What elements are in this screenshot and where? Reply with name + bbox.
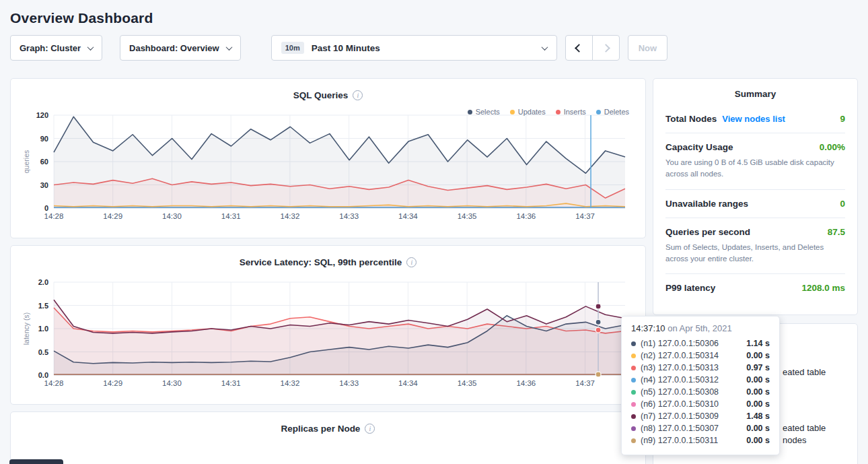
tooltip-row: (n9) 127.0.0.1:503110.00 s [631,434,770,446]
tooltip-rows: (n1) 127.0.0.1:503061.14 s(n2) 127.0.0.1… [631,337,770,446]
node-color-dot [631,366,636,370]
tooltip-row: (n5) 127.0.0.1:503080.00 s [631,386,770,398]
node-address: (n6) 127.0.0.1:50310 [641,399,719,409]
dashboard-select-label: Dashboard: Overview [129,43,219,53]
graph-scope-label: Graph: Cluster [20,43,81,53]
total-nodes-value: 9 [840,114,845,124]
p99-latency-label: P99 latency [665,283,715,293]
summary-row-p99-latency: P99 latency 1208.0 ms [665,274,845,302]
svg-text:2.0: 2.0 [38,278,48,286]
node-color-dot [631,341,636,346]
legend-label: Updates [518,108,546,116]
info-icon[interactable]: i [353,90,363,100]
svg-text:14:31: 14:31 [221,212,241,220]
node-address: (n3) 127.0.0.1:50313 [641,363,719,372]
service-latency-title-row: Service Latency: SQL, 99th percentile i [22,254,635,270]
svg-text:30: 30 [40,181,48,189]
node-latency-value: 0.00 s [746,387,770,397]
info-icon[interactable]: i [406,257,417,267]
node-latency-value: 0.00 s [746,399,770,409]
capacity-usage-value: 0.00% [820,142,845,152]
time-range-label: Past 10 Minutes [312,43,380,53]
svg-text:14:34: 14:34 [398,379,418,387]
qps-description: Sum of Selects, Updates, Inserts, and De… [665,242,845,265]
node-color-dot [631,438,636,443]
page-title: Overview Dashboard [10,0,858,35]
dashboard-select-dropdown[interactable]: Dashboard: Overview [120,35,241,61]
node-color-dot [631,426,636,431]
tooltip-date: on Apr 5th, 2021 [665,323,732,333]
tooltip-row: (n1) 127.0.0.1:503061.14 s [631,337,770,350]
graph-scope-dropdown[interactable]: Graph: Cluster [10,35,102,61]
sql-queries-chart[interactable]: SelectsUpdatesInsertsDeletes 14:2814:291… [22,104,635,224]
legend-item-selects[interactable]: Selects [468,108,500,116]
svg-text:14:31: 14:31 [221,379,241,387]
node-latency-value: 0.00 s [746,436,770,445]
legend-item-updates[interactable]: Updates [510,108,546,116]
tooltip-row: (n6) 127.0.0.1:503100.00 s [631,398,770,410]
svg-text:14:29: 14:29 [103,212,122,220]
info-icon[interactable]: i [365,424,375,434]
summary-row-total-nodes: Total Nodes View nodes list 9 [665,105,845,133]
service-latency-title: Service Latency: SQL, 99th percentile [240,257,402,267]
node-latency-value: 0.00 s [746,375,770,385]
tooltip-row: (n4) 127.0.0.1:503120.00 s [631,374,770,386]
tooltip-row: (n3) 127.0.0.1:503130.97 s [631,362,770,374]
summary-panel-title: Summary [665,79,845,105]
tooltip-row: (n7) 127.0.0.1:503091.48 s [631,410,770,422]
svg-text:14:32: 14:32 [281,212,300,220]
legend-item-inserts[interactable]: Inserts [556,108,586,116]
now-button[interactable]: Now [628,35,667,61]
svg-text:14:28: 14:28 [44,212,64,220]
node-latency-value: 1.14 s [746,339,770,348]
summary-panel: Summary Total Nodes View nodes list 9 Ca… [653,78,858,315]
node-address: (n4) 127.0.0.1:50312 [641,375,719,385]
unavailable-ranges-label: Unavailable ranges [665,199,748,209]
time-range-badge: 10m [281,42,304,54]
tooltip-time: 14:37:10 [631,323,665,333]
svg-text:14:35: 14:35 [458,212,477,220]
chevron-down-icon [87,44,94,51]
svg-text:14:33: 14:33 [339,212,359,220]
replicas-per-node-card: Replicas per Node i [10,411,646,464]
time-range-picker[interactable]: 10m Past 10 Minutes [271,35,557,61]
node-color-dot [631,354,636,358]
charts-column: SQL Queries i SelectsUpdatesInsertsDelet… [10,78,646,464]
node-address: (n7) 127.0.0.1:50309 [641,411,719,421]
svg-text:14:28: 14:28 [44,379,64,387]
replicas-title-row: Replicas per Node i [22,420,635,436]
time-step-back-button[interactable] [565,35,593,61]
svg-text:0.5: 0.5 [38,348,48,356]
node-color-dot [631,402,636,407]
svg-text:latency (s): latency (s) [22,312,30,345]
legend-dot [510,110,515,114]
svg-text:14:33: 14:33 [339,379,359,387]
legend-item-deletes[interactable]: Deletes [596,108,629,116]
sql-queries-card: SQL Queries i SelectsUpdatesInsertsDelet… [10,78,646,238]
chart-hover-tooltip: 14:37:10 on Apr 5th, 2021 (n1) 127.0.0.1… [621,316,780,455]
sql-queries-legend: SelectsUpdatesInsertsDeletes [468,108,629,116]
node-latency-value: 0.97 s [746,363,770,372]
svg-text:60: 60 [40,158,48,166]
svg-text:1.0: 1.0 [38,325,48,333]
node-address: (n9) 127.0.0.1:50311 [641,436,718,445]
time-step-buttons [565,35,620,61]
view-nodes-list-link[interactable]: View nodes list [722,114,785,124]
tooltip-row: (n8) 127.0.0.1:503070.00 s [631,422,770,434]
sql-queries-title-row: SQL Queries i [22,87,635,103]
legend-dot [468,110,472,114]
node-latency-value: 1.48 s [746,411,770,421]
node-address: (n8) 127.0.0.1:50307 [641,424,719,433]
event-text-fragment: nodes [783,435,806,445]
node-address: (n1) 127.0.0.1:50306 [641,339,719,348]
unavailable-ranges-value: 0 [840,199,845,209]
node-latency-value: 0.00 s [746,424,770,433]
chart-canvas: 14:2814:2914:3014:3114:3214:3314:3414:35… [22,104,635,224]
event-text-fragment: eated table [783,423,826,433]
service-latency-chart[interactable]: 14:2814:2914:3014:3114:3214:3314:3414:35… [22,271,635,391]
summary-row-unavailable-ranges: Unavailable ranges 0 [665,190,845,218]
node-color-dot [631,378,636,383]
legend-dot [596,110,601,114]
time-step-forward-button[interactable] [592,35,620,61]
svg-text:14:37: 14:37 [575,212,595,220]
